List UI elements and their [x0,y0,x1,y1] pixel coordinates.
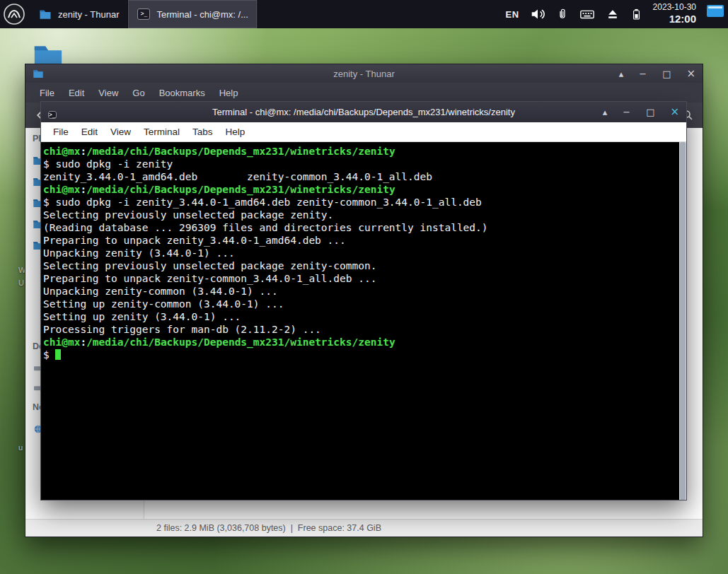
terminal-icon [137,8,151,20]
clock-time: 12:00 [653,13,696,26]
task-label: zenity - Thunar [58,9,119,20]
terminal-line: chi@mx:/media/chi/Backups/Depends_mx231/… [43,145,676,158]
terminal-icon [48,107,59,118]
terminal-menubar: File Edit View Terminal Tabs Help [41,122,686,142]
terminal-window: Terminal - chi@mx: /media/chi/Backups/De… [40,101,687,500]
menu-edit[interactable]: Edit [75,124,104,140]
terminal-scrollbar[interactable] [679,142,686,500]
prompt-separator: : [80,184,86,195]
maximize-button[interactable] [662,69,671,78]
folder-icon [38,8,52,20]
terminal-line: chi@mx:/media/chi/Backups/Depends_mx231/… [43,183,676,196]
maximize-button[interactable] [646,107,654,117]
paperclip-icon[interactable] [556,8,569,20]
thunar-menubar: File Edit View Go Bookmarks Help [25,83,703,102]
terminal-titlebar[interactable]: Terminal - chi@mx: /media/chi/Backups/De… [41,102,686,122]
menu-view[interactable]: View [91,85,125,101]
desktop-label-fragment: U [18,279,24,287]
shade-button[interactable] [603,107,608,117]
folder-icon [33,68,44,79]
shade-button[interactable] [619,69,624,78]
system-tray: EN 2023-10-30 12:00 [506,2,728,26]
taskbar-task-terminal[interactable]: Terminal - chi@mx: /... [128,0,258,28]
clock-date: 2023-10-30 [653,2,696,13]
menu-file[interactable]: File [47,124,75,140]
thunar-titlebar[interactable]: zenity - Thunar [25,64,703,83]
terminal-line: $ [43,348,676,361]
terminal-cursor [55,349,61,360]
taskbar-task-thunar[interactable]: zenity - Thunar [30,0,128,28]
prompt-path: /media/chi/Backups/Depends_mx231/winetri… [86,336,395,348]
prompt-separator: : [80,336,86,348]
terminal-output: chi@mx:/media/chi/Backups/Depends_mx231/… [43,145,676,361]
prompt-path: /media/chi/Backups/Depends_mx231/winetri… [86,184,395,195]
terminal-line: Selecting previously unselected package … [43,209,676,221]
terminal-line: Preparing to unpack zenity-common_3.44.0… [43,272,676,285]
terminal-line: $ sudo dpkg -i zenity [43,158,676,170]
clock[interactable]: 2023-10-30 12:00 [653,2,696,26]
keyboard-layout-indicator[interactable]: EN [506,9,519,20]
menu-help[interactable]: Help [212,85,245,101]
minimize-button[interactable] [623,107,630,117]
menu-edit[interactable]: Edit [62,85,91,101]
prompt-path: /media/chi/Backups/Depends_mx231/winetri… [86,146,395,157]
menu-help[interactable]: Help [219,124,252,140]
task-label: Terminal - chi@mx: /... [156,9,248,20]
thunar-statusbar: 2 files: 2.9 MiB (3,036,708 bytes) | Fre… [25,519,703,537]
menu-terminal[interactable]: Terminal [137,124,186,140]
blue-applet-icon[interactable] [707,5,724,17]
prompt-dollar: $ [43,349,55,361]
menu-go[interactable]: Go [125,85,151,101]
terminal-line: zenity_3.44.0-1_amd64.deb zenity-common_… [43,170,676,183]
terminal-line: Setting up zenity (3.44.0-1) ... [43,310,676,323]
terminal-line: Setting up zenity-common (3.44.0-1) ... [43,298,676,310]
menu-tabs[interactable]: Tabs [186,124,219,140]
minimize-button[interactable] [639,69,647,78]
terminal-line: Selecting previously unselected package … [43,259,676,272]
prompt-user: chi@mx [43,146,80,157]
terminal-line: Processing triggers for man-db (2.11.2-2… [43,323,676,336]
mx-logo[interactable] [3,3,25,25]
statusbar-text: 2 files: 2.9 MiB (3,036,708 bytes) | Fre… [156,523,381,533]
volume-icon[interactable] [530,6,545,22]
terminal-line: $ sudo dpkg -i zenity_3.44.0-1_amd64.deb… [43,196,676,209]
close-button[interactable] [670,107,679,117]
terminal-line: chi@mx:/media/chi/Backups/Depends_mx231/… [43,336,676,348]
battery-icon[interactable] [630,7,642,21]
scrollbar-thumb[interactable] [680,142,686,500]
close-button[interactable] [686,69,695,79]
thunar-window-title: zenity - Thunar [25,69,703,79]
prompt-user: chi@mx [43,184,80,195]
menu-bookmarks[interactable]: Bookmarks [152,85,212,101]
taskbar-panel: zenity - Thunar Terminal - chi@mx: /... … [0,0,728,28]
terminal-screen[interactable]: chi@mx:/media/chi/Backups/Depends_mx231/… [41,142,686,500]
terminal-line: Unpacking zenity (3.44.0-1) ... [43,247,676,259]
desktop-label-fragment: u [18,443,23,452]
keyboard-icon[interactable] [579,6,595,22]
prompt-separator: : [80,146,86,157]
prompt-user: chi@mx [43,336,80,348]
eject-icon[interactable] [606,7,620,21]
menu-view[interactable]: View [104,124,137,140]
menu-file[interactable]: File [33,85,62,101]
terminal-window-title: Terminal - chi@mx: /media/chi/Backups/De… [41,107,686,117]
terminal-line: Preparing to unpack zenity_3.44.0-1_amd6… [43,234,676,247]
terminal-line: (Reading database ... 296309 files and d… [43,221,676,234]
terminal-line: Unpacking zenity-common (3.44.0-1) ... [43,285,676,298]
